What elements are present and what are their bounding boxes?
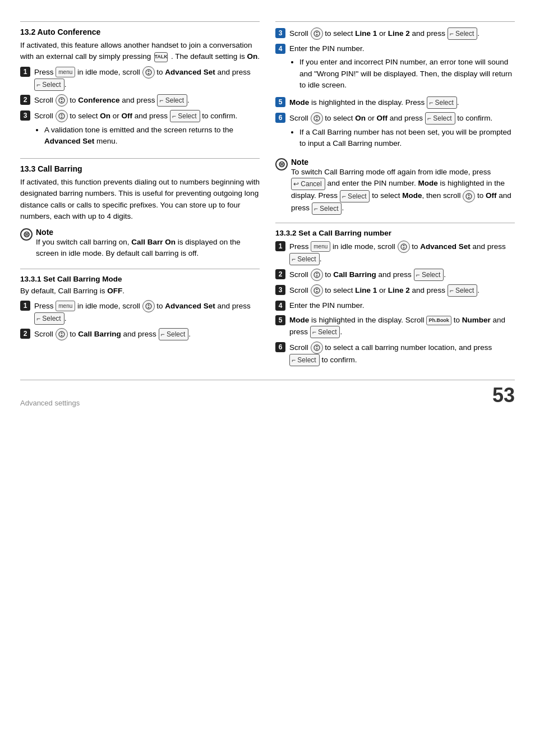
scroll-icon	[56, 94, 68, 107]
section-1331-steps: 1 Press menu in idle mode, scroll to Adv…	[20, 300, 260, 340]
select-icon: ⌐ Select	[289, 354, 320, 366]
bullet-1331-4: If you enter and incorrect PIN number, a…	[299, 57, 515, 91]
step-num-4: 4	[275, 44, 285, 54]
select-icon: ⌐ Select	[157, 94, 187, 107]
step-num-3: 3	[275, 28, 285, 38]
note-label-right: Note	[291, 158, 308, 167]
section-132-steps: 1 Press menu in idle mode, scroll to Adv…	[20, 66, 260, 150]
step-1331-5-content: Mode is highlighted in the display. Pres…	[289, 96, 515, 109]
svg-marker-5	[61, 101, 63, 103]
step-1331-4-bullets: If you enter and incorrect PIN number, a…	[289, 57, 515, 91]
step-1331-6: 6 Scroll to select On or Off and press ⌐…	[275, 112, 515, 152]
cancel-icon: ↩ Cancel	[291, 178, 325, 190]
bullet-132-3: A validation tone is emitted and the scr…	[44, 125, 260, 147]
section-132-title: 13.2 Auto Conference	[20, 27, 260, 36]
step-1331-3: 3 Scroll to select Line 1 or Line 2 and …	[275, 27, 515, 40]
step-num-1: 1	[20, 67, 30, 77]
section-133-intro: If activated, this function prevents dia…	[20, 177, 260, 222]
step-num-4: 4	[275, 301, 285, 311]
step-1331-6-content: Scroll to select On or Off and press ⌐ S…	[289, 112, 515, 152]
select-icon: ⌐ Select	[310, 326, 340, 338]
step-1331-1-content: Press menu in idle mode, scroll to Advan…	[34, 300, 260, 325]
step-1332-4-content: Enter the PIN number.	[289, 300, 515, 311]
menu-icon: menu	[56, 301, 75, 311]
step-1332-5-content: Mode is highlighted in the display. Scro…	[289, 315, 515, 338]
svg-marker-14	[61, 335, 63, 336]
select-icon: ⌐ Select	[448, 284, 478, 297]
step-1331-5: 5 Mode is highlighted in the display. Pr…	[275, 96, 515, 109]
step-num-6: 6	[275, 342, 285, 352]
note-text-right: To switch Call Barring mode off again fr…	[291, 168, 511, 213]
select-icon: ⌐ Select	[159, 328, 189, 340]
divider-133	[20, 158, 260, 159]
right-column: 3 Scroll to select Line 1 or Line 2 and …	[275, 16, 515, 370]
note-133-content: Note If you switch call barring on, Call…	[36, 228, 260, 260]
step-132-3-content: Scroll to select On or Off and press ⌐ S…	[34, 110, 260, 150]
svg-marker-19	[316, 116, 318, 118]
step-1332-4: 4 Enter the PIN number.	[275, 300, 515, 311]
step-1332-1: 1 Press menu in idle mode, scroll to Adv…	[275, 241, 515, 265]
phbook-icon: Ph.Book	[426, 316, 451, 326]
menu-icon: menu	[311, 241, 330, 252]
svg-marker-31	[316, 288, 318, 290]
step-num-5: 5	[275, 97, 285, 107]
scroll-icon	[398, 241, 410, 253]
scroll-icon	[56, 328, 68, 340]
svg-marker-2	[147, 73, 150, 75]
svg-marker-34	[316, 345, 318, 347]
select-icon: ⌐ Select	[340, 190, 370, 202]
footer-page-number: 53	[492, 384, 515, 407]
section-132-intro: If activated, this feature allows anothe…	[20, 40, 260, 63]
svg-marker-20	[316, 119, 318, 121]
svg-marker-28	[316, 273, 318, 274]
section-132: 13.2 Auto Conference If activated, this …	[20, 27, 260, 149]
page-footer: Advanced settings 53	[20, 380, 515, 407]
step-1331-3-content: Scroll to select Line 1 or Line 2 and pr…	[289, 27, 515, 40]
step-1331-2: 2 Scroll to Call Barring and press ⌐ Sel…	[20, 328, 260, 340]
step-1332-2-content: Scroll to Call Barring and press ⌐ Selec…	[289, 269, 515, 281]
scroll-icon	[56, 110, 68, 122]
section-133: 13.3 Call Barring If activated, this fun…	[20, 164, 260, 260]
divider-top-left	[20, 21, 260, 22]
svg-marker-1	[147, 70, 150, 72]
select-icon: ⌐ Select	[34, 312, 64, 325]
step-132-2-content: Scroll to Conference and press ⌐ Select.	[34, 94, 260, 107]
page-content: 13.2 Auto Conference If activated, this …	[20, 16, 515, 407]
svg-marker-16	[316, 31, 318, 33]
select-icon: ⌐ Select	[289, 253, 320, 265]
step-num-1: 1	[275, 241, 285, 251]
svg-marker-13	[61, 332, 63, 334]
step-1332-1-content: Press menu in idle mode, scroll to Advan…	[289, 241, 515, 265]
step-132-3-bullets: A validation tone is emitted and the scr…	[34, 125, 260, 147]
divider-top-right	[275, 21, 515, 22]
scroll-icon	[311, 269, 323, 281]
step-num-6: 6	[275, 113, 285, 123]
step-132-2: 2 Scroll to Conference and press ⌐ Selec…	[20, 94, 260, 107]
scroll-icon	[142, 300, 155, 312]
step-132-1-content: Press menu in idle mode, scroll to Advan…	[34, 66, 260, 91]
step-num-3: 3	[275, 285, 285, 295]
scroll-icon	[311, 27, 323, 40]
section-1332-title: 13.3.2 Set a Call Barring number	[275, 229, 515, 237]
step-num-2: 2	[20, 95, 30, 105]
menu-icon: menu	[56, 67, 75, 77]
step-1331-1: 1 Press menu in idle mode, scroll to Adv…	[20, 300, 260, 325]
section-1331-intro: By default, Call Barring is OFF.	[20, 285, 260, 297]
step-num-2: 2	[275, 269, 285, 279]
step-1332-6: 6 Scroll to select a call barring number…	[275, 342, 515, 366]
section-1332-steps: 1 Press menu in idle mode, scroll to Adv…	[275, 241, 515, 367]
svg-marker-29	[316, 275, 318, 277]
step-1331-2-content: Scroll to Call Barring and press ⌐ Selec…	[34, 328, 260, 340]
note-icon: ⊜	[20, 228, 33, 241]
scroll-icon	[142, 66, 155, 79]
step-1332-2: 2 Scroll to Call Barring and press ⌐ Sel…	[275, 269, 515, 281]
section-1331: 13.3.1 Set Call Barring Mode By default,…	[20, 275, 260, 340]
step-1332-3-content: Scroll to select Line 1 or Line 2 and pr…	[289, 284, 515, 297]
divider-1332	[275, 223, 515, 223]
note-icon-right: ⊜	[275, 158, 288, 170]
step-1332-6-content: Scroll to select a call barring number l…	[289, 342, 515, 366]
talk-icon: TALK	[154, 52, 168, 62]
svg-marker-22	[468, 194, 470, 196]
select-icon: ⌐ Select	[414, 269, 444, 281]
note-right-content: Note To switch Call Barring mode off aga…	[291, 158, 515, 215]
